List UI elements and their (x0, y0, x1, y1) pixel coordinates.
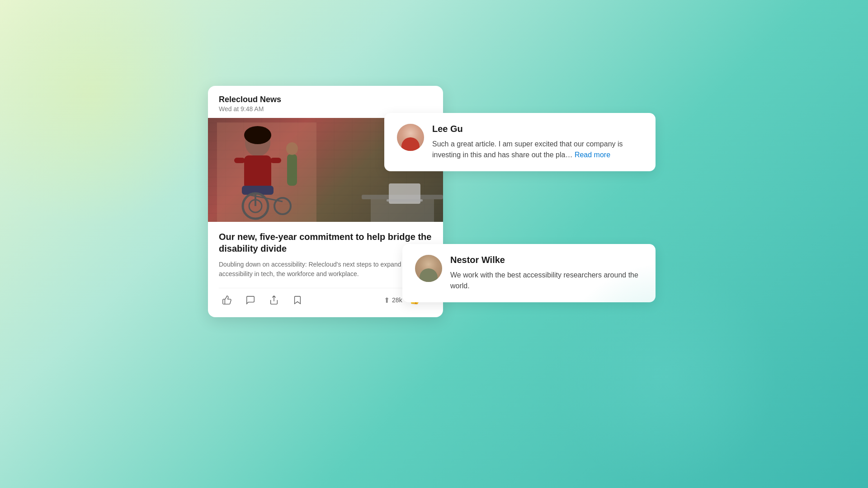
news-actions: ⬆ 28k 👍 687 (219, 288, 432, 308)
share-button[interactable] (266, 292, 282, 308)
desk-illustration (362, 177, 443, 222)
svg-rect-4 (234, 158, 245, 163)
commenter-name-lee-gu: Lee Gu (432, 124, 643, 134)
avatar-nestor-wilke (415, 255, 442, 282)
comment-text-nestor-wilke: We work with the best accessibility rese… (450, 270, 643, 291)
comment-button[interactable] (242, 292, 259, 308)
comment-content-nestor-wilke: Nestor Wilke We work with the best acces… (450, 255, 643, 291)
like-button[interactable] (219, 292, 235, 308)
svg-rect-3 (244, 155, 271, 189)
avatar-lee-gu (397, 124, 424, 151)
comment-text-lee-gu: Such a great article. I am super excited… (432, 139, 643, 160)
svg-point-13 (286, 142, 298, 155)
news-title: Our new, five-year commitment to help br… (219, 231, 432, 254)
commenter-name-nestor-wilke: Nestor Wilke (450, 255, 643, 265)
news-timestamp: Wed at 9:48 AM (219, 105, 432, 113)
svg-rect-17 (387, 199, 423, 202)
read-more-link[interactable]: Read more (575, 151, 610, 159)
comment-card-lee-gu: Lee Gu Such a great article. I am super … (384, 113, 656, 171)
svg-rect-12 (287, 154, 297, 186)
upvote-icon: ⬆ (384, 296, 390, 305)
bookmark-button[interactable] (289, 292, 306, 308)
svg-rect-5 (270, 158, 281, 163)
svg-point-2 (244, 126, 271, 144)
article-image-illustration (217, 122, 316, 222)
upvotes-count: ⬆ 28k (384, 296, 402, 305)
comment-content-lee-gu: Lee Gu Such a great article. I am super … (432, 124, 643, 160)
comment-card-nestor-wilke: Nestor Wilke We work with the best acces… (402, 244, 656, 302)
news-excerpt: Doubling down on accessibility: Releclou… (219, 260, 432, 279)
news-source: Relecloud News (219, 95, 432, 104)
